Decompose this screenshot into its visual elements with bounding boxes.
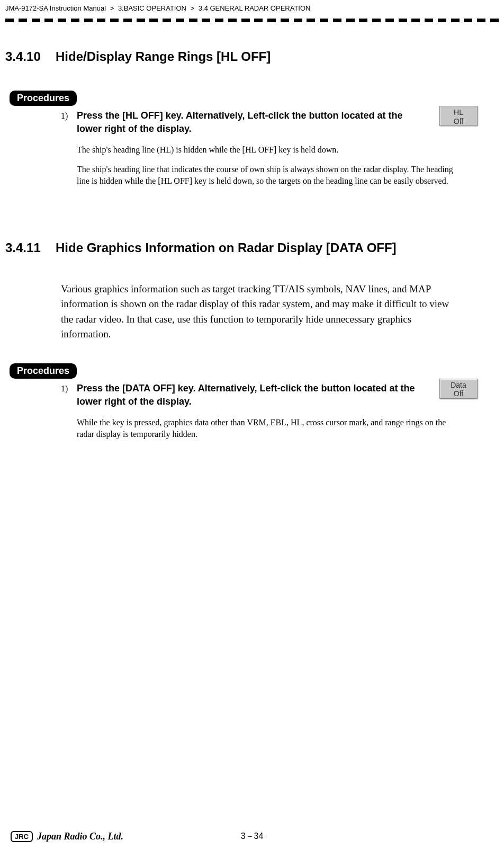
step-1-data-off: 1) Press the [DATA OFF] key. Alternative… — [5, 382, 483, 408]
footer-logo: JRC Japan Radio Co., Ltd. — [11, 831, 123, 842]
company-name: Japan Radio Co., Ltd. — [37, 831, 123, 842]
step-body-text: While the key is pressed, graphics data … — [77, 417, 462, 441]
procedures-label: Procedures — [10, 91, 77, 106]
page-number: 3－34 — [241, 831, 264, 842]
breadcrumb-section: 3.4 GENERAL RADAR OPERATION — [199, 4, 311, 12]
section-intro-text: Various graphics information such as tar… — [5, 282, 483, 342]
section-heading-3-4-11: 3.4.11 Hide Graphics Information on Rada… — [5, 240, 483, 255]
step-number: 1) — [61, 109, 77, 136]
page-footer: JRC Japan Radio Co., Ltd. 3－34 — [0, 831, 504, 842]
section-number: 3.4.10 — [5, 49, 56, 64]
step-heading: Press the [DATA OFF] key. Alternatively,… — [77, 382, 483, 408]
breadcrumb: JMA-9172-SA Instruction Manual > 3.BASIC… — [0, 0, 504, 19]
procedures-label: Procedures — [10, 363, 77, 379]
data-off-button[interactable]: Data Off — [439, 379, 478, 399]
step-body: While the key is pressed, graphics data … — [5, 417, 483, 441]
step-body-text: The ship's heading line (HL) is hidden w… — [77, 144, 462, 156]
step-1-hl-off: 1) Press the [HL OFF] key. Alternatively… — [5, 109, 483, 136]
step-heading: Press the [HL OFF] key. Alternatively, L… — [77, 109, 483, 136]
hl-off-button[interactable]: HL Off — [439, 106, 478, 126]
section-heading-3-4-10: 3.4.10 Hide/Display Range Rings [HL OFF] — [5, 49, 483, 64]
section-title: Hide Graphics Information on Radar Displ… — [56, 240, 397, 255]
step-body: The ship's heading line (HL) is hidden w… — [5, 144, 483, 187]
section-title: Hide/Display Range Rings [HL OFF] — [56, 49, 271, 64]
breadcrumb-chapter: 3.BASIC OPERATION — [118, 4, 186, 12]
step-number: 1) — [61, 382, 77, 408]
breadcrumb-sep: > — [191, 4, 195, 12]
breadcrumb-sep: > — [110, 4, 114, 12]
step-body-text: The ship's heading line that indicates t… — [77, 164, 462, 187]
breadcrumb-manual: JMA-9172-SA Instruction Manual — [5, 4, 106, 12]
jrc-logo-box: JRC — [11, 831, 33, 842]
divider-dashes — [0, 19, 504, 24]
section-number: 3.4.11 — [5, 240, 56, 255]
